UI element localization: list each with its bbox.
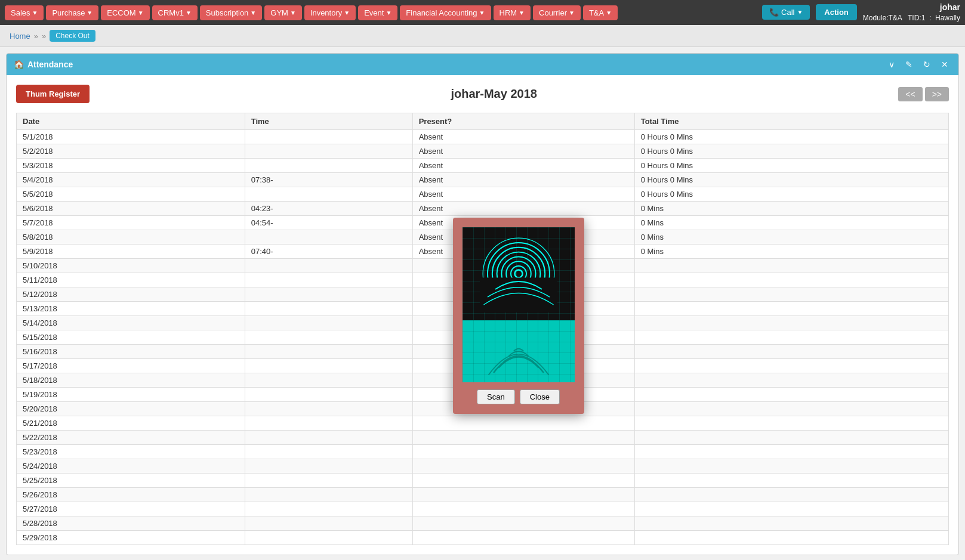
panel-header-right: ∨ ✎ ↻ ✕	[886, 58, 951, 70]
cell-date: 5/19/2018	[17, 388, 245, 402]
cell-time: 04:54-	[245, 216, 412, 230]
fp-bottom-area	[463, 320, 575, 382]
panel-refresh-button[interactable]: ↻	[920, 58, 933, 70]
table-row[interactable]: 5/1/2018Absent0 Hours 0 Mins	[17, 130, 949, 144]
cell-present	[412, 502, 634, 516]
cell-date: 5/9/2018	[17, 245, 245, 259]
table-row[interactable]: 5/5/2018Absent0 Hours 0 Mins	[17, 187, 949, 202]
table-row[interactable]: 5/26/2018	[17, 488, 949, 502]
cell-present	[412, 445, 634, 459]
col-total-time: Total Time	[634, 113, 948, 130]
nav-item-hrm[interactable]: HRM ▼	[494, 5, 531, 20]
fingerprint-icon-top	[480, 235, 557, 313]
call-button[interactable]: 📞 Call ▼	[762, 5, 810, 20]
cell-date: 5/26/2018	[17, 488, 245, 502]
table-row[interactable]: 5/22/2018	[17, 431, 949, 445]
cell-time	[245, 502, 412, 516]
cell-date: 5/7/2018	[17, 216, 245, 230]
cell-total	[634, 416, 948, 431]
cell-time	[245, 159, 412, 173]
cell-date: 5/8/2018	[17, 230, 245, 245]
username: johar	[863, 2, 960, 14]
breadcrumb-home[interactable]: Home	[10, 32, 30, 41]
nav-item-financial-accounting[interactable]: Financial Accounting ▼	[400, 5, 491, 20]
cell-total	[634, 316, 948, 330]
nav-item-gym[interactable]: GYM ▼	[264, 5, 302, 20]
panel-collapse-button[interactable]: ∨	[886, 58, 898, 70]
cell-date: 5/29/2018	[17, 531, 245, 545]
action-button[interactable]: Action	[816, 4, 856, 20]
cell-date: 5/23/2018	[17, 445, 245, 459]
modal-close-button[interactable]: Close	[520, 389, 560, 404]
col-present: Present?	[412, 113, 634, 130]
table-row[interactable]: 5/6/201804:23-Absent0 Mins	[17, 202, 949, 216]
table-row[interactable]: 5/27/2018	[17, 502, 949, 516]
cell-date: 5/3/2018	[17, 159, 245, 173]
cell-total	[634, 259, 948, 273]
cell-total: 0 Hours 0 Mins	[634, 144, 948, 159]
cell-time	[245, 345, 412, 359]
cell-time	[245, 144, 412, 159]
nav-item-crmv1[interactable]: CRMv1 ▼	[152, 5, 198, 20]
cell-total	[634, 330, 948, 345]
month-navigation: << >>	[898, 87, 949, 101]
cell-total: 0 Mins	[634, 230, 948, 245]
nav-item-courrier[interactable]: Courrier ▼	[533, 5, 581, 20]
cell-total: 0 Mins	[634, 216, 948, 230]
cell-total	[634, 373, 948, 388]
cell-total	[634, 345, 948, 359]
thum-register-button[interactable]: Thum Register	[16, 85, 90, 103]
cell-time	[245, 230, 412, 245]
cell-present	[412, 416, 634, 431]
cell-date: 5/27/2018	[17, 502, 245, 516]
cell-time	[245, 273, 412, 287]
cell-time	[245, 431, 412, 445]
nav-item-event[interactable]: Event ▼	[358, 5, 397, 20]
nav-item-tna[interactable]: T&A ▼	[583, 5, 618, 20]
table-row[interactable]: 5/3/2018Absent0 Hours 0 Mins	[17, 159, 949, 173]
table-row[interactable]: 5/4/201807:38-Absent0 Hours 0 Mins	[17, 173, 949, 187]
cell-date: 5/16/2018	[17, 345, 245, 359]
cell-time	[245, 316, 412, 330]
cell-total: 0 Hours 0 Mins	[634, 130, 948, 144]
table-row[interactable]: 5/29/2018	[17, 531, 949, 545]
attendance-icon: 🏠	[14, 60, 24, 69]
cell-total	[634, 531, 948, 545]
table-row[interactable]: 5/25/2018	[17, 474, 949, 488]
cell-present: Absent	[412, 187, 634, 202]
cell-time: 04:23-	[245, 202, 412, 216]
panel-close-button[interactable]: ✕	[938, 58, 951, 70]
nav-item-inventory[interactable]: Inventory ▼	[304, 5, 356, 20]
table-row[interactable]: 5/23/2018	[17, 445, 949, 459]
breadcrumb-checkout[interactable]: Check Out	[50, 30, 95, 42]
cell-date: 5/21/2018	[17, 416, 245, 431]
cell-present	[412, 516, 634, 531]
nav-item-eccom[interactable]: ECCOM ▼	[101, 5, 149, 20]
cell-date: 5/5/2018	[17, 187, 245, 202]
cell-present	[412, 488, 634, 502]
cell-time	[245, 402, 412, 416]
panel-edit-button[interactable]: ✎	[902, 58, 915, 70]
table-row[interactable]: 5/21/2018	[17, 416, 949, 431]
nav-item-purchase[interactable]: Purchase ▼	[46, 5, 98, 20]
cell-time	[245, 388, 412, 402]
prev-month-button[interactable]: <<	[898, 87, 922, 101]
table-row[interactable]: 5/2/2018Absent0 Hours 0 Mins	[17, 144, 949, 159]
cell-date: 5/25/2018	[17, 474, 245, 488]
cell-date: 5/28/2018	[17, 516, 245, 531]
fingerprint-canvas	[463, 227, 575, 382]
table-row[interactable]: 5/24/2018	[17, 459, 949, 474]
nav-item-sales[interactable]: Sales ▼	[5, 5, 44, 20]
cell-date: 5/11/2018	[17, 273, 245, 287]
cell-time	[245, 488, 412, 502]
cell-present: Absent	[412, 130, 634, 144]
cell-total	[634, 502, 948, 516]
scan-button[interactable]: Scan	[477, 389, 515, 404]
next-month-button[interactable]: >>	[925, 87, 949, 101]
cell-time	[245, 459, 412, 474]
top-navigation: Sales ▼Purchase ▼ECCOM ▼CRMv1 ▼Subscript…	[0, 0, 965, 25]
modal-buttons: Scan Close	[477, 389, 560, 404]
panel-header: 🏠 Attendance ∨ ✎ ↻ ✕	[7, 54, 958, 75]
nav-item-subscription[interactable]: Subscription ▼	[200, 5, 262, 20]
table-row[interactable]: 5/28/2018	[17, 516, 949, 531]
